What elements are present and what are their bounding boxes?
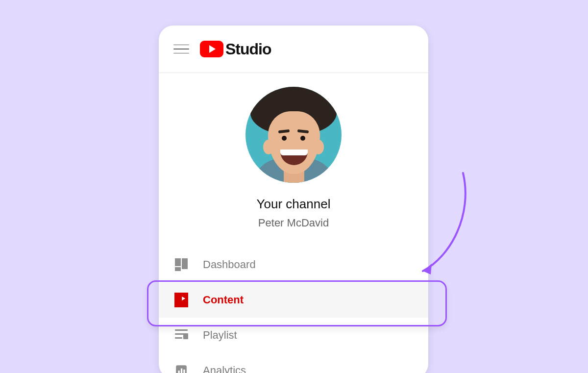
channel-heading: Your channel [257,197,331,212]
svg-rect-6 [181,369,182,373]
sidebar-item-playlist[interactable]: Playlist [159,318,428,353]
youtube-play-icon [200,41,223,57]
sidebar-nav: Dashboard Content Playlist [159,247,428,373]
hamburger-menu-icon[interactable] [173,43,189,55]
svg-rect-1 [176,303,187,305]
sidebar-item-label: Content [203,294,244,306]
sidebar-item-label: Playlist [203,329,237,342]
playlist-icon [174,329,188,341]
sidebar-item-label: Analytics [203,364,246,373]
studio-logo-text: Studio [225,40,271,58]
channel-profile: Your channel Peter McDavid [159,87,428,229]
sidebar-item-dashboard[interactable]: Dashboard [159,247,428,282]
svg-rect-5 [178,371,180,373]
dashboard-icon [174,258,188,271]
svg-rect-7 [183,370,185,373]
sidebar-item-analytics[interactable]: Analytics [159,353,428,373]
studio-logo[interactable]: Studio [200,40,271,58]
content-icon [174,293,188,307]
sidebar-item-label: Dashboard [203,258,256,271]
analytics-icon [174,364,188,373]
channel-avatar[interactable] [245,87,342,183]
sidebar-item-content[interactable]: Content [159,282,428,318]
top-bar: Studio [159,25,428,73]
studio-sidebar-card: Studio Your channel Peter McDavid Dashbo… [159,25,428,373]
channel-owner-name: Peter McDavid [258,217,329,229]
